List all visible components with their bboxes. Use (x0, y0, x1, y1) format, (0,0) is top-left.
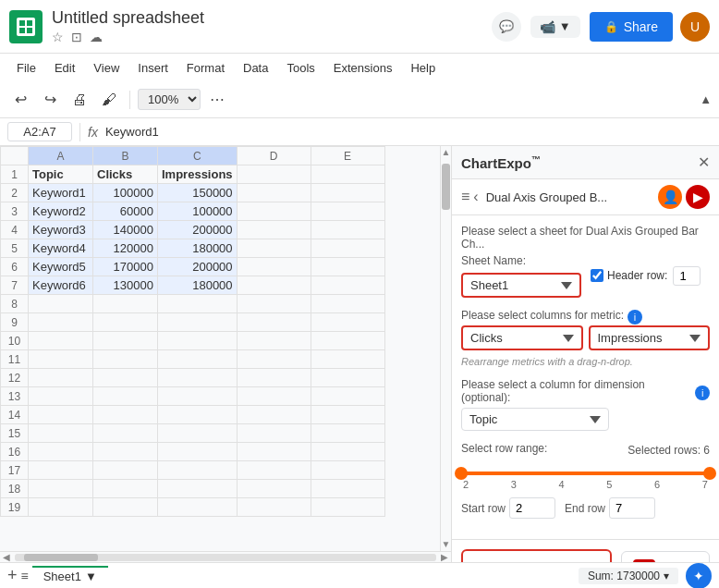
scroll-down-button[interactable]: ▼ (441, 538, 451, 551)
cell[interactable] (311, 202, 384, 221)
back-icon[interactable]: ‹ (473, 189, 478, 205)
cell[interactable] (237, 184, 311, 202)
sheet-table-area[interactable]: A B C D E 1TopicClicksImpressions2Keywor… (0, 146, 440, 551)
cell[interactable] (158, 424, 238, 443)
row-number[interactable]: 14 (1, 406, 29, 424)
menu-edit[interactable]: Edit (47, 59, 82, 77)
cell[interactable]: 120000 (93, 239, 158, 258)
cell[interactable] (93, 461, 158, 480)
dimension-select[interactable]: Topic (461, 408, 609, 431)
metric2-select[interactable]: Impressions (589, 325, 711, 350)
row-number[interactable]: 8 (1, 295, 29, 313)
redo-button[interactable]: ↪ (37, 87, 63, 113)
menu-tools[interactable]: Tools (279, 59, 322, 77)
menu-format[interactable]: Format (179, 59, 232, 77)
cell[interactable] (311, 424, 384, 443)
cell[interactable] (237, 202, 311, 221)
cell[interactable]: 200000 (158, 258, 238, 276)
cell[interactable] (93, 369, 158, 387)
cell[interactable] (237, 165, 311, 184)
cell[interactable] (93, 480, 158, 498)
row-number[interactable]: 11 (1, 350, 29, 369)
cell[interactable] (158, 387, 238, 406)
cell[interactable]: Topic (29, 165, 93, 184)
cell[interactable] (237, 369, 311, 387)
cell[interactable] (311, 480, 384, 498)
user-avatar[interactable]: U (680, 12, 710, 42)
header-row-checkbox[interactable] (591, 269, 603, 282)
row-number[interactable]: 5 (1, 239, 29, 258)
user-icon-1[interactable]: 👤 (658, 185, 682, 209)
cell[interactable] (311, 165, 384, 184)
cell[interactable]: 180000 (158, 276, 238, 295)
add-sheet-button[interactable]: + (7, 566, 18, 585)
row-number[interactable]: 18 (1, 480, 29, 498)
print-button[interactable]: 🖨 (67, 87, 92, 113)
col-header-e[interactable]: E (311, 147, 384, 165)
paint-button[interactable]: 🖌 (96, 87, 122, 113)
cell[interactable] (158, 480, 238, 498)
cell[interactable] (237, 295, 311, 313)
panel-close-button[interactable]: ✕ (698, 153, 710, 171)
cell[interactable] (158, 295, 238, 313)
collapse-panel-button[interactable]: ▲ (700, 92, 712, 106)
cell[interactable] (311, 461, 384, 480)
menu-file[interactable]: File (9, 59, 43, 77)
cell[interactable] (311, 350, 384, 369)
menu-view[interactable]: View (86, 59, 127, 77)
cell[interactable] (93, 387, 158, 406)
star-icon[interactable]: ☆ (52, 30, 64, 44)
create-chart-button[interactable]: Create Chart (461, 549, 612, 562)
cell[interactable] (311, 332, 384, 350)
cell[interactable] (237, 461, 311, 480)
cell[interactable] (29, 443, 93, 461)
menu-data[interactable]: Data (236, 59, 275, 77)
row-number[interactable]: 9 (1, 313, 29, 332)
cell[interactable] (311, 276, 384, 295)
dimension-info-icon[interactable]: i (695, 386, 710, 400)
undo-button[interactable]: ↩ (7, 87, 33, 113)
save-to-drive-icon[interactable]: ⊡ (71, 30, 82, 44)
cell[interactable] (93, 332, 158, 350)
cell[interactable]: 170000 (93, 258, 158, 276)
cell[interactable] (237, 424, 311, 443)
vertical-scrollbar[interactable]: ▲ ▼ (440, 146, 451, 551)
cell[interactable] (311, 387, 384, 406)
range-slider[interactable]: 2 3 4 5 6 7 (461, 472, 710, 490)
cell[interactable] (237, 276, 311, 295)
cell[interactable] (158, 406, 238, 424)
sheet-list-button[interactable]: ≡ (21, 569, 29, 583)
cell[interactable] (237, 498, 311, 517)
cell[interactable] (29, 480, 93, 498)
cell[interactable] (311, 313, 384, 332)
cell[interactable] (158, 443, 238, 461)
cell[interactable] (237, 239, 311, 258)
spreadsheet-title[interactable]: Untitled spreadsheet (52, 8, 492, 28)
cell[interactable] (311, 369, 384, 387)
cell[interactable]: Keyword3 (29, 221, 93, 239)
cell[interactable]: 130000 (93, 276, 158, 295)
col-header-c[interactable]: C (158, 147, 238, 165)
cell[interactable] (29, 332, 93, 350)
range-thumb-left[interactable] (455, 467, 468, 480)
cell-reference-input[interactable] (7, 122, 72, 141)
cell[interactable] (237, 480, 311, 498)
cell[interactable]: Keyword1 (29, 184, 93, 202)
row-number[interactable]: 4 (1, 221, 29, 239)
cell[interactable]: Keyword4 (29, 239, 93, 258)
scroll-up-button[interactable]: ▲ (441, 146, 451, 159)
row-number[interactable]: 1 (1, 165, 29, 184)
cell[interactable] (237, 406, 311, 424)
cell[interactable] (237, 387, 311, 406)
end-row-input[interactable] (609, 497, 655, 519)
cell[interactable]: 100000 (158, 202, 238, 221)
cell[interactable] (158, 350, 238, 369)
row-number[interactable]: 10 (1, 332, 29, 350)
cell[interactable] (311, 406, 384, 424)
scroll-thumb[interactable] (442, 164, 450, 210)
sum-dropdown-icon[interactable]: ▾ (664, 570, 669, 582)
cell[interactable] (237, 313, 311, 332)
cell[interactable] (29, 369, 93, 387)
row-number[interactable]: 16 (1, 443, 29, 461)
cell[interactable] (311, 184, 384, 202)
